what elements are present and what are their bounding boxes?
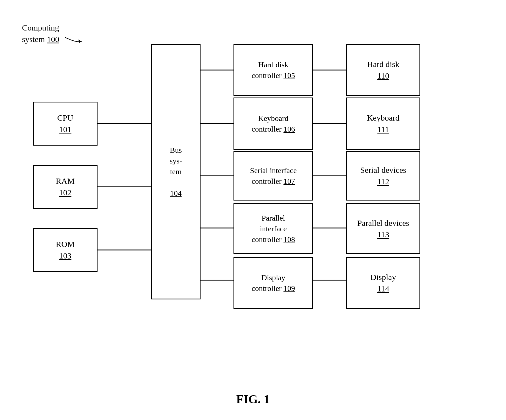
fig-label-text: FIG. 1 bbox=[236, 393, 270, 406]
hdc-label: Hard diskcontroller 105 bbox=[252, 59, 295, 81]
fig-label: FIG. 1 bbox=[236, 392, 270, 406]
kbc-number: 106 bbox=[283, 125, 295, 133]
system-label: Computing system 100 bbox=[22, 22, 84, 46]
pic-number: 108 bbox=[283, 235, 295, 244]
ram-label: RAM bbox=[56, 175, 74, 187]
system-label-line2: system bbox=[22, 35, 45, 44]
rom-label: ROM bbox=[56, 238, 74, 250]
ram-number: 102 bbox=[59, 187, 71, 198]
bus-box: Bus sys- tem 104 bbox=[151, 44, 201, 299]
sd-label: Serial devices112 bbox=[360, 164, 406, 187]
sic-label: Serial interfacecontroller 107 bbox=[250, 165, 297, 187]
hdc-number: 105 bbox=[283, 71, 295, 80]
kbc-label: Keyboardcontroller 106 bbox=[252, 113, 295, 134]
sic-number: 107 bbox=[283, 177, 295, 185]
pd-number: 113 bbox=[377, 230, 389, 239]
kbc-box: Keyboardcontroller 106 bbox=[233, 98, 313, 150]
system-label-line1: Computing bbox=[22, 23, 59, 32]
bus-number: 104 bbox=[170, 188, 182, 199]
bus-label-line1: Bus bbox=[170, 145, 182, 155]
dc-label: Displaycontroller 109 bbox=[252, 272, 295, 294]
hd-label: Hard disk110 bbox=[367, 59, 399, 82]
pd-box: Parallel devices113 bbox=[346, 203, 420, 254]
pic-label: Parallelinterfacecontroller 108 bbox=[252, 213, 295, 245]
pic-box: Parallelinterfacecontroller 108 bbox=[233, 203, 313, 254]
hd-number: 110 bbox=[377, 71, 389, 80]
ram-box: RAM 102 bbox=[33, 165, 98, 209]
disp-number: 114 bbox=[377, 284, 389, 293]
disp-label: Display114 bbox=[370, 271, 396, 294]
bus-label-line2: sys- bbox=[169, 155, 182, 166]
sic-box: Serial interfacecontroller 107 bbox=[233, 151, 313, 201]
dc-box: Displaycontroller 109 bbox=[233, 257, 313, 309]
rom-number: 103 bbox=[59, 250, 71, 262]
diagram-container: Computing system 100 CPU 101 RAM 102 ROM… bbox=[16, 16, 490, 398]
kb-label: Keyboard111 bbox=[367, 112, 399, 135]
cpu-label: CPU bbox=[57, 112, 73, 124]
kb-number: 111 bbox=[377, 125, 389, 134]
cpu-box: CPU 101 bbox=[33, 102, 98, 146]
cpu-number: 101 bbox=[59, 124, 71, 135]
disp-box: Display114 bbox=[346, 257, 420, 309]
dc-number: 109 bbox=[283, 284, 295, 293]
sd-box: Serial devices112 bbox=[346, 151, 420, 201]
hdc-box: Hard diskcontroller 105 bbox=[233, 44, 313, 96]
svg-marker-13 bbox=[78, 40, 82, 43]
kb-box: Keyboard111 bbox=[346, 98, 420, 150]
hd-box: Hard disk110 bbox=[346, 44, 420, 96]
bus-label-line3: tem bbox=[170, 166, 182, 177]
rom-box: ROM 103 bbox=[33, 228, 98, 272]
sd-number: 112 bbox=[377, 177, 389, 186]
system-number: 100 bbox=[47, 35, 59, 44]
pd-label: Parallel devices113 bbox=[357, 217, 409, 240]
